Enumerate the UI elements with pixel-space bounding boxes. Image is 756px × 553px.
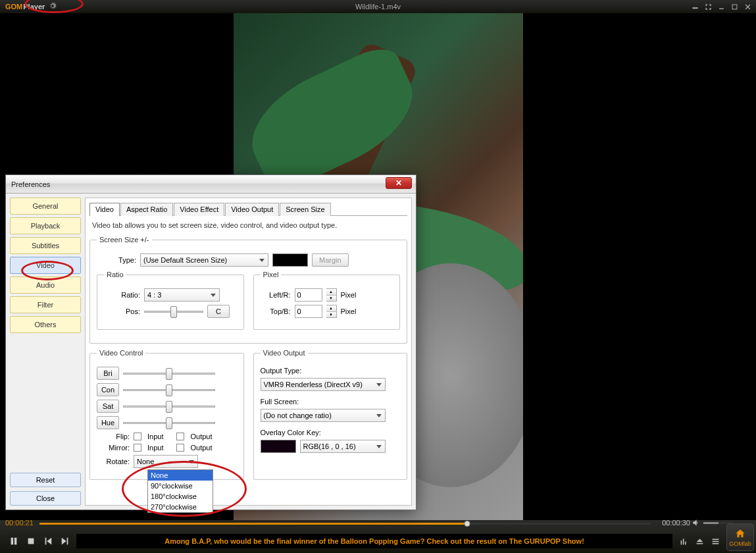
- reset-button[interactable]: Reset: [10, 473, 81, 487]
- news-ticker[interactable]: Among B.A.P, who would be the final winn…: [76, 534, 672, 548]
- category-general[interactable]: General: [10, 198, 81, 215]
- tab-video[interactable]: Video: [89, 203, 120, 216]
- close-icon[interactable]: [743, 3, 752, 11]
- close-button[interactable]: Close: [10, 491, 81, 506]
- sat-button[interactable]: Sat: [97, 400, 119, 413]
- flip-output-text: Output: [190, 433, 212, 440]
- tab-video-effect[interactable]: Video Effect: [174, 203, 224, 216]
- type-value: (Use Default Screen Size): [143, 256, 227, 264]
- preferences-titlebar[interactable]: Preferences ✕: [6, 175, 416, 194]
- bri-slider[interactable]: [123, 367, 215, 380]
- mirror-output-text: Output: [190, 444, 212, 452]
- mirror-output-checkbox[interactable]: [176, 444, 184, 452]
- category-subtitles[interactable]: Subtitles: [10, 237, 81, 254]
- minimize-icon[interactable]: [717, 3, 726, 11]
- margin-color-swatch[interactable]: [272, 253, 308, 267]
- preferences-title: Preferences: [11, 180, 50, 188]
- overlay-color-swatch[interactable]: [261, 440, 296, 453]
- rotate-option-none[interactable]: None: [148, 470, 213, 481]
- compact-mode-icon[interactable]: [690, 3, 699, 11]
- svg-rect-10: [712, 540, 718, 542]
- bottom-control-bar: 00:00:21 00:00:30 Among B.A.P, who would…: [0, 520, 756, 553]
- group-video-control-legend: Video Control: [97, 349, 145, 357]
- group-pixel-legend: Pixel: [261, 271, 282, 278]
- gear-icon[interactable]: [49, 2, 57, 11]
- pause-button[interactable]: [8, 535, 20, 547]
- tab-screen-size[interactable]: Screen Size: [280, 203, 330, 216]
- margin-button[interactable]: Margin: [312, 253, 349, 267]
- hue-slider[interactable]: [123, 416, 215, 429]
- category-filter[interactable]: Filter: [10, 296, 81, 313]
- overlay-rgb-select[interactable]: RGB(16 , 0 , 16): [300, 440, 386, 453]
- group-ratio-legend: Ratio: [104, 271, 126, 278]
- home-icon: [734, 528, 746, 540]
- group-pixel: Pixel Left/R: 0 ▲▼ Pixel Top/B: 0 ▲▼ Pix…: [253, 271, 401, 330]
- svg-rect-9: [712, 539, 718, 540]
- gomlab-label: GOMlab: [729, 540, 751, 547]
- pixel-unit-1: Pixel: [341, 291, 357, 299]
- con-slider[interactable]: [123, 383, 215, 396]
- fullscreen-select[interactable]: (Do not change ratio): [261, 409, 386, 422]
- rotate-option-90[interactable]: 90°clockwise: [148, 481, 213, 491]
- type-select[interactable]: (Use Default Screen Size): [140, 253, 268, 267]
- time-total: 00:00:30: [662, 519, 690, 527]
- group-screen-size-legend: Screen Size +/-: [97, 236, 152, 244]
- con-button[interactable]: Con: [97, 383, 119, 396]
- logo-brand-b: Player: [23, 3, 45, 11]
- sat-slider[interactable]: [123, 400, 215, 413]
- fullscreen-icon[interactable]: [703, 3, 713, 11]
- output-type-select[interactable]: VMR9 Renderless (DirectX v9): [261, 378, 386, 391]
- group-ratio: Ratio Ratio: 4 : 3 Pos: C: [97, 271, 244, 330]
- type-label: Type:: [97, 256, 136, 264]
- ratio-value: 4 : 3: [147, 291, 161, 299]
- fullscreen-label: Full Screen:: [261, 398, 299, 406]
- rotate-select[interactable]: None: [134, 455, 198, 468]
- left-r-input[interactable]: 0: [295, 288, 322, 302]
- svg-rect-11: [712, 542, 718, 544]
- maximize-icon[interactable]: [730, 3, 739, 11]
- flip-input-checkbox[interactable]: [134, 433, 141, 440]
- rotate-option-180[interactable]: 180°clockwise: [148, 491, 213, 502]
- tab-description: Video tab allows you to set screen size,…: [92, 221, 405, 229]
- top-b-spinner[interactable]: ▲▼: [326, 305, 337, 318]
- ratio-select[interactable]: 4 : 3: [144, 288, 220, 302]
- tab-video-output[interactable]: Video Output: [225, 203, 279, 216]
- overlay-rgb-value: RGB(16 , 0 , 16): [303, 442, 356, 450]
- pos-label: Pos:: [104, 307, 140, 315]
- next-button[interactable]: [59, 535, 71, 547]
- equalizer-icon[interactable]: [678, 535, 690, 547]
- pos-center-button[interactable]: C: [207, 305, 230, 318]
- rotate-value: None: [137, 458, 154, 465]
- mirror-label: Mirror:: [97, 444, 130, 452]
- category-audio[interactable]: Audio: [10, 276, 81, 294]
- pixel-unit-2: Pixel: [341, 307, 357, 315]
- top-b-input[interactable]: 0: [295, 305, 322, 318]
- bri-button[interactable]: Bri: [97, 367, 119, 380]
- playlist-icon[interactable]: [709, 535, 721, 547]
- category-video[interactable]: Video: [10, 257, 81, 274]
- pos-slider[interactable]: [144, 305, 203, 318]
- mirror-input-text: Input: [147, 444, 163, 452]
- rotate-dropdown-list[interactable]: None 90°clockwise 180°clockwise 270°cloc…: [147, 469, 213, 513]
- group-screen-size: Screen Size +/- Type: (Use Default Scree…: [89, 236, 407, 344]
- mirror-input-checkbox[interactable]: [134, 444, 141, 452]
- hue-button[interactable]: Hue: [97, 416, 119, 429]
- gomlab-home-button[interactable]: GOMlab: [726, 523, 754, 551]
- seek-bar[interactable]: [39, 520, 651, 527]
- svg-rect-6: [680, 540, 682, 544]
- category-others[interactable]: Others: [10, 316, 81, 333]
- left-r-spinner[interactable]: ▲▼: [326, 288, 337, 302]
- svg-rect-7: [682, 539, 684, 544]
- svg-rect-5: [28, 539, 34, 544]
- group-video-control: Video Control Bri Con Sat Hue Flip: Inpu…: [89, 349, 244, 480]
- category-playback[interactable]: Playback: [10, 217, 81, 234]
- stop-button[interactable]: [25, 535, 37, 547]
- tab-aspect-ratio[interactable]: Aspect Ratio: [120, 203, 173, 216]
- rotate-option-270[interactable]: 270°clockwise: [148, 502, 213, 512]
- flip-output-checkbox[interactable]: [176, 433, 184, 440]
- prev-button[interactable]: [42, 535, 54, 547]
- preferences-category-list: General Playback Subtitles Video Audio F…: [10, 198, 81, 506]
- svg-rect-3: [11, 538, 14, 545]
- eject-icon[interactable]: [693, 535, 705, 547]
- preferences-close-button[interactable]: ✕: [386, 177, 412, 189]
